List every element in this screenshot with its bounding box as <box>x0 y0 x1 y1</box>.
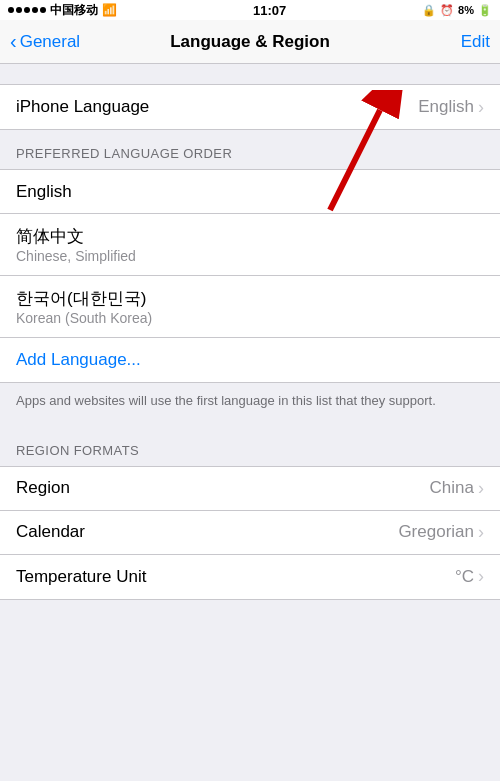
calendar-row[interactable]: Calendar Gregorian › <box>0 511 500 555</box>
add-language-row[interactable]: Add Language... <box>0 338 500 382</box>
iphone-language-value: English <box>418 97 474 117</box>
language-english-stack: English <box>16 182 72 202</box>
temperature-label: Temperature Unit <box>16 567 146 587</box>
iphone-language-table: iPhone Language English › <box>0 84 500 130</box>
language-row-english[interactable]: English <box>0 170 500 214</box>
signal-dot <box>8 7 14 13</box>
temperature-value-group: °C › <box>455 566 484 587</box>
back-button[interactable]: ‹ General <box>10 32 80 52</box>
language-row-chinese[interactable]: 简体中文 Chinese, Simplified <box>0 214 500 276</box>
calendar-label: Calendar <box>16 522 85 542</box>
screen-wrapper: 中国移动 📶 11:07 🔒 ⏰ 8% 🔋 ‹ General Language… <box>0 0 500 781</box>
edit-button[interactable]: Edit <box>461 32 490 52</box>
chevron-right-icon: › <box>478 97 484 118</box>
battery-level: 8% <box>458 4 474 16</box>
signal-dot <box>32 7 38 13</box>
lock-icon: 🔒 <box>422 4 436 17</box>
signal-dot <box>40 7 46 13</box>
status-time: 11:07 <box>253 3 286 18</box>
chevron-right-icon: › <box>478 522 484 543</box>
region-label: Region <box>16 478 70 498</box>
language-korean-sub: Korean (South Korea) <box>16 310 152 326</box>
preferred-language-info: Apps and websites will use the first lan… <box>0 383 500 427</box>
wifi-icon: 📶 <box>102 3 117 17</box>
back-label: General <box>20 32 80 52</box>
back-chevron-icon: ‹ <box>10 31 17 51</box>
status-bar: 中国移动 📶 11:07 🔒 ⏰ 8% 🔋 <box>0 0 500 20</box>
region-row[interactable]: Region China › <box>0 467 500 511</box>
status-right: 🔒 ⏰ 8% 🔋 <box>422 4 492 17</box>
region-formats-section-label: REGION FORMATS <box>0 427 500 466</box>
temperature-row[interactable]: Temperature Unit °C › <box>0 555 500 599</box>
region-value-group: China › <box>430 478 484 499</box>
region-formats-table: Region China › Calendar Gregorian › Temp… <box>0 466 500 600</box>
iphone-language-section: iPhone Language English › <box>0 84 500 130</box>
temperature-value: °C <box>455 567 474 587</box>
calendar-value: Gregorian <box>398 522 474 542</box>
navigation-bar: ‹ General Language & Region Edit <box>0 20 500 64</box>
language-korean-stack: 한국어(대한민국) Korean (South Korea) <box>16 287 152 326</box>
preferred-language-section: PREFERRED LANGUAGE ORDER English 简体中文 Ch… <box>0 130 500 427</box>
calendar-value-group: Gregorian › <box>398 522 484 543</box>
iphone-language-label: iPhone Language <box>16 97 149 117</box>
signal-dot <box>24 7 30 13</box>
alarm-icon: ⏰ <box>440 4 454 17</box>
carrier-label: 中国移动 <box>50 2 98 19</box>
status-left: 中国移动 📶 <box>8 2 117 19</box>
signal-dot <box>16 7 22 13</box>
region-formats-section: REGION FORMATS Region China › Calendar G… <box>0 427 500 600</box>
region-value: China <box>430 478 474 498</box>
chevron-right-icon: › <box>478 566 484 587</box>
page-title: Language & Region <box>170 32 330 52</box>
signal-dots <box>8 7 46 13</box>
language-row-korean[interactable]: 한국어(대한민국) Korean (South Korea) <box>0 276 500 338</box>
language-chinese-main: 简体中文 <box>16 225 136 248</box>
preferred-language-section-label: PREFERRED LANGUAGE ORDER <box>0 130 500 169</box>
add-language-label: Add Language... <box>16 350 141 370</box>
iphone-language-value-group: English › <box>418 97 484 118</box>
language-english-main: English <box>16 182 72 202</box>
battery-icon: 🔋 <box>478 4 492 17</box>
language-chinese-sub: Chinese, Simplified <box>16 248 136 264</box>
preferred-language-table: English 简体中文 Chinese, Simplified 한국어(대한민… <box>0 169 500 383</box>
language-chinese-stack: 简体中文 Chinese, Simplified <box>16 225 136 264</box>
iphone-language-row[interactable]: iPhone Language English › <box>0 85 500 129</box>
language-korean-main: 한국어(대한민국) <box>16 287 152 310</box>
chevron-right-icon: › <box>478 478 484 499</box>
